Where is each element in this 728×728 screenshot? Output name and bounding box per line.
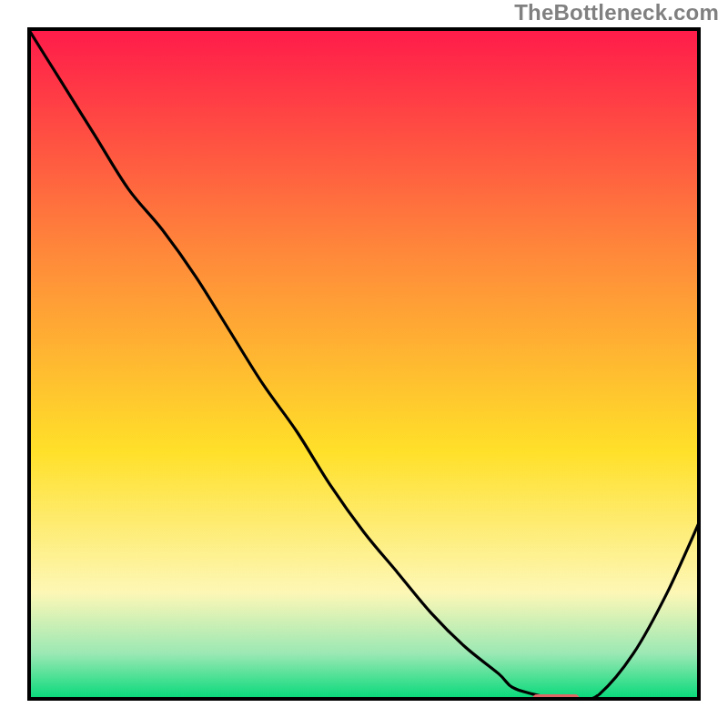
plot-svg [27,27,701,701]
source-credit: TheBottleneck.com [514,0,719,25]
gradient-background [27,27,701,701]
chart-frame: TheBottleneck.com [0,0,728,728]
plot-area [27,27,701,701]
